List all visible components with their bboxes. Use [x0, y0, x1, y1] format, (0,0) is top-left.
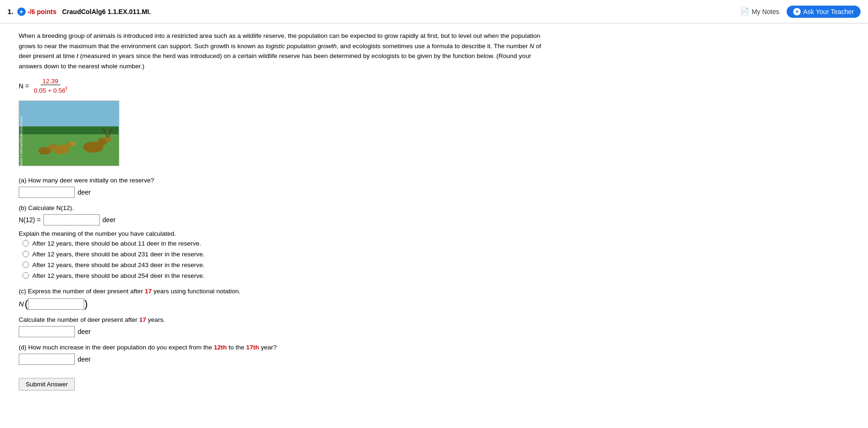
- ask-teacher-button[interactable]: + Ask Your Teacher: [787, 6, 861, 18]
- svg-rect-24: [41, 148, 43, 154]
- part-a: (a) How many deer were initially on the …: [19, 177, 550, 198]
- functional-notation-row: N ( ): [19, 298, 550, 310]
- question-id: CraudColAlg6 1.1.EX.011.MI.: [62, 8, 740, 15]
- add-button[interactable]: +: [17, 7, 26, 16]
- svg-point-27: [52, 144, 57, 148]
- formula-denominator: 0.05 + 0.56t: [32, 85, 69, 94]
- points-label: -/6 points: [28, 8, 57, 15]
- plus-circle-icon: +: [793, 8, 801, 15]
- part-c-calc-label: Calculate the number of deer present aft…: [19, 316, 550, 323]
- formula-fraction: 12.39 0.05 + 0.56t: [32, 78, 69, 94]
- radio-option-2[interactable]: After 12 years, there should be about 23…: [22, 251, 550, 258]
- func-n-label: N: [19, 300, 24, 308]
- part-b-input[interactable]: [43, 214, 100, 225]
- part-c-highlight-17: 17: [145, 288, 152, 295]
- my-notes-button[interactable]: 📄 My Notes: [740, 7, 779, 16]
- radio-group: After 12 years, there should be about 11…: [22, 240, 550, 279]
- svg-rect-4: [87, 144, 90, 152]
- part-d-input-row: deer: [19, 354, 550, 365]
- svg-rect-19: [59, 145, 61, 152]
- part-b-input-label: N(12) =: [19, 216, 41, 224]
- svg-rect-17: [56, 145, 58, 153]
- part-d-highlight-17th: 17th: [246, 344, 259, 351]
- part-a-unit: deer: [78, 189, 91, 196]
- photo-credit: Sandra V Michael/Shutterstock.com: [20, 101, 23, 168]
- svg-point-9: [105, 137, 111, 142]
- radio-option-2-input[interactable]: [22, 251, 29, 257]
- radio-option-1[interactable]: After 12 years, there should be about 11…: [22, 240, 550, 247]
- part-c-calc-input[interactable]: [19, 326, 75, 337]
- part-a-label: (a) How many deer were initially on the …: [19, 177, 550, 184]
- formula-numerator: 12.39: [41, 78, 60, 85]
- part-c-label: (c) Express the number of deer present a…: [19, 288, 550, 295]
- part-b-unit: deer: [102, 216, 116, 224]
- svg-point-22: [70, 141, 76, 146]
- question-number: 1.: [7, 7, 14, 15]
- top-bar: 1. + -/6 points CraudColAlg6 1.1.EX.011.…: [0, 0, 868, 23]
- part-d-input[interactable]: [19, 354, 75, 365]
- radio-option-1-input[interactable]: [22, 240, 29, 247]
- part-d-unit: deer: [78, 355, 91, 363]
- svg-rect-25: [47, 148, 49, 154]
- formula-n-label: N =: [19, 82, 29, 90]
- explain-label: Explain the meaning of the number you ha…: [19, 230, 550, 237]
- svg-rect-6: [90, 143, 93, 150]
- main-content: When a breeding group of animals is intr…: [0, 23, 561, 402]
- func-notation-input[interactable]: [28, 298, 84, 310]
- radio-option-2-label: After 12 years, there should be about 23…: [32, 251, 204, 258]
- part-b: (b) Calculate N(12). N(12) = deer Explai…: [19, 204, 550, 279]
- part-c-calc-unit: deer: [78, 328, 91, 335]
- radio-option-3-label: After 12 years, there should be about 24…: [32, 261, 204, 268]
- problem-intro: When a breeding group of animals is intr…: [19, 31, 550, 71]
- part-b-input-row: N(12) = deer: [19, 214, 550, 225]
- part-a-input-row: deer: [19, 187, 550, 198]
- top-actions: 📄 My Notes + Ask Your Teacher: [740, 6, 861, 18]
- part-d-label: (d) How much increase in the deer popula…: [19, 344, 550, 351]
- paren-open: (: [25, 299, 28, 309]
- my-notes-label: My Notes: [752, 8, 779, 15]
- radio-option-1-label: After 12 years, there should be about 11…: [32, 240, 201, 247]
- radio-option-3-input[interactable]: [22, 261, 29, 268]
- deer-image: [19, 101, 119, 166]
- part-d-highlight-12th: 12th: [214, 344, 227, 351]
- radio-option-4-input[interactable]: [22, 272, 29, 279]
- part-a-input[interactable]: [19, 187, 75, 198]
- formula-block: N = 12.39 0.05 + 0.56t: [19, 78, 550, 94]
- part-d: (d) How much increase in the deer popula…: [19, 344, 550, 365]
- part-b-label: (b) Calculate N(12).: [19, 204, 550, 211]
- submit-button[interactable]: Submit Answer: [19, 378, 75, 391]
- document-icon: 📄: [740, 7, 749, 16]
- radio-option-4-label: After 12 years, there should be about 25…: [32, 272, 204, 279]
- part-c-calc-highlight-17: 17: [139, 316, 146, 323]
- paren-close: ): [84, 299, 87, 309]
- radio-option-4[interactable]: After 12 years, there should be about 25…: [22, 272, 550, 279]
- part-c-calc-input-row: deer: [19, 326, 550, 337]
- ask-teacher-label: Ask Your Teacher: [803, 8, 854, 15]
- radio-option-3[interactable]: After 12 years, there should be about 24…: [22, 261, 550, 268]
- deer-image-container: Sandra V Michael/Shutterstock.com: [19, 101, 119, 168]
- part-c: (c) Express the number of deer present a…: [19, 288, 550, 337]
